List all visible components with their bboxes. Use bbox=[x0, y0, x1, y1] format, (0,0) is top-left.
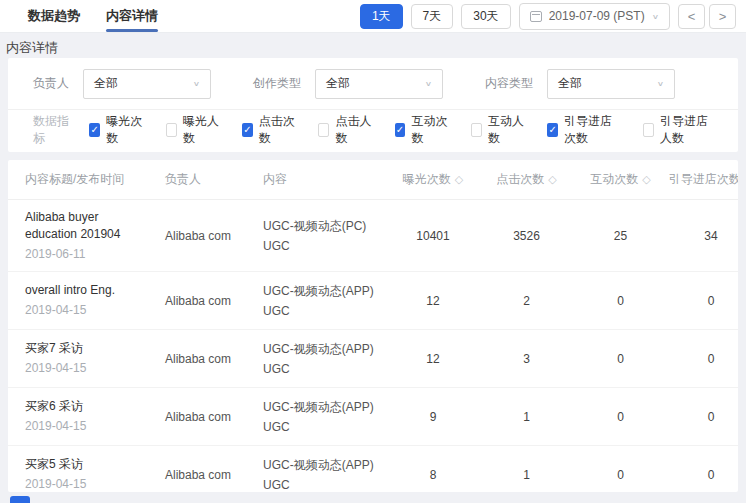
period-30day-button[interactable]: 30天 bbox=[461, 4, 510, 29]
table-row[interactable]: overall intro Eng.2019-04-15 Alibaba com… bbox=[8, 272, 738, 330]
pagination-active-page-button[interactable] bbox=[10, 496, 30, 503]
page-title: 内容详情 bbox=[6, 39, 58, 57]
metric-checkbox-row: 数据指标 曝光次数 曝光人数 点击次数 点击人数 互动次数 互动人数 引导进店次… bbox=[8, 110, 738, 150]
next-day-button[interactable]: > bbox=[709, 4, 736, 29]
metrics-label: 数据指标 bbox=[33, 113, 71, 147]
col-clicks-header[interactable]: 点击次数◇ bbox=[496, 171, 556, 188]
checkbox-checked-icon bbox=[89, 123, 100, 137]
metric-label: 曝光人数 bbox=[183, 113, 220, 147]
sort-icon[interactable]: ◇ bbox=[642, 173, 650, 186]
filter-owner-select[interactable]: 全部 ∨ bbox=[83, 69, 211, 99]
checkbox-unchecked-icon bbox=[166, 123, 177, 137]
row-content-type: UGC-视频动态(APP) bbox=[263, 455, 387, 475]
row-owner: Alibaba com bbox=[165, 229, 263, 243]
tabs: 数据趋势 内容详情 bbox=[28, 0, 184, 32]
row-title: 买家7 采访 bbox=[25, 340, 151, 357]
calendar-icon bbox=[530, 11, 542, 22]
row-exposure: 9 bbox=[430, 410, 437, 424]
row-store-visits: 0 bbox=[708, 410, 715, 424]
row-content-sub: UGC bbox=[263, 301, 387, 321]
metric-store-visit-users[interactable]: 引导进店人数 bbox=[643, 113, 716, 147]
col-exposure-header[interactable]: 曝光次数◇ bbox=[403, 171, 463, 188]
row-store-visits: 0 bbox=[708, 468, 715, 482]
metric-exposure-users[interactable]: 曝光人数 bbox=[166, 113, 220, 147]
filter-owner-value: 全部 bbox=[94, 75, 118, 92]
filter-content-type-value: 全部 bbox=[558, 75, 582, 92]
metric-click-count[interactable]: 点击次数 bbox=[242, 113, 296, 147]
row-date: 2019-04-15 bbox=[25, 360, 151, 377]
col-store-visits-header[interactable]: 引导进店次数◇ bbox=[669, 171, 738, 188]
row-clicks: 3 bbox=[523, 352, 530, 366]
row-owner: Alibaba com bbox=[165, 294, 263, 308]
metric-label: 互动人数 bbox=[488, 113, 525, 147]
row-clicks: 2 bbox=[523, 294, 530, 308]
chevron-down-icon: ∨ bbox=[193, 80, 200, 88]
row-store-visits: 34 bbox=[704, 229, 717, 243]
filter-owner-label: 负责人 bbox=[33, 75, 69, 92]
checkbox-unchecked-icon bbox=[318, 123, 329, 137]
chevron-down-icon: ∨ bbox=[657, 80, 664, 88]
col-owner-header: 负责人 bbox=[165, 171, 263, 188]
row-clicks: 1 bbox=[523, 468, 530, 482]
row-store-visits: 0 bbox=[708, 294, 715, 308]
row-title: overall intro Eng. bbox=[25, 282, 151, 299]
row-title: 买家5 采访 bbox=[25, 456, 151, 473]
table-row[interactable]: 买家7 采访2019-04-15 Alibaba com UGC-视频动态(AP… bbox=[8, 330, 738, 388]
metric-label: 引导进店次数 bbox=[564, 113, 620, 147]
checkbox-unchecked-icon bbox=[643, 123, 654, 137]
sort-icon[interactable]: ◇ bbox=[455, 173, 463, 186]
row-content-sub: UGC bbox=[263, 236, 387, 256]
metric-click-users[interactable]: 点击人数 bbox=[318, 113, 372, 147]
row-exposure: 12 bbox=[426, 352, 439, 366]
table-row[interactable]: 买家6 采访2019-04-15 Alibaba com UGC-视频动态(AP… bbox=[8, 388, 738, 446]
row-content-sub: UGC bbox=[263, 417, 387, 437]
tab-data-trend[interactable]: 数据趋势 bbox=[28, 0, 80, 32]
filter-card: 负责人 全部 ∨ 创作类型 全部 ∨ 内容类型 全部 ∨ 数据指标 曝光次数 曝… bbox=[8, 58, 738, 152]
metric-store-visit-count[interactable]: 引导进店次数 bbox=[547, 113, 620, 147]
col-interactions-header[interactable]: 互动次数◇ bbox=[590, 171, 650, 188]
period-7day-button[interactable]: 7天 bbox=[411, 4, 454, 29]
header-label: 曝光次数 bbox=[403, 171, 451, 188]
checkbox-checked-icon bbox=[395, 123, 406, 137]
chevron-down-icon: ∨ bbox=[425, 80, 432, 88]
table-row[interactable]: Alibaba buyer education 2019042019-06-11… bbox=[8, 200, 738, 272]
filter-content-type-select[interactable]: 全部 ∨ bbox=[547, 69, 675, 99]
tab-content-detail[interactable]: 内容详情 bbox=[106, 0, 158, 32]
row-store-visits: 0 bbox=[708, 352, 715, 366]
row-date: 2019-06-11 bbox=[25, 246, 151, 263]
checkbox-checked-icon bbox=[547, 123, 558, 137]
row-content-type: UGC-视频动态(APP) bbox=[263, 281, 387, 301]
table-row[interactable]: 买家5 采访2019-04-15 Alibaba com UGC-视频动态(AP… bbox=[8, 446, 738, 492]
col-title-header: 内容标题/发布时间 bbox=[25, 171, 165, 188]
content-table-card: 内容标题/发布时间 负责人 内容 曝光次数◇ 点击次数◇ 互动次数◇ 引导进店次… bbox=[8, 160, 738, 492]
row-clicks: 3526 bbox=[513, 229, 540, 243]
date-pager: < > bbox=[678, 4, 736, 29]
row-date: 2019-04-15 bbox=[25, 302, 151, 319]
row-content-type: UGC-视频动态(APP) bbox=[263, 397, 387, 417]
checkbox-checked-icon bbox=[242, 123, 253, 137]
header-label: 引导进店次数 bbox=[669, 171, 738, 188]
metric-interaction-count[interactable]: 互动次数 bbox=[395, 113, 449, 147]
row-content-type: UGC-视频动态(PC) bbox=[263, 216, 387, 236]
sort-icon[interactable]: ◇ bbox=[548, 173, 556, 186]
metric-label: 互动次数 bbox=[411, 113, 448, 147]
metric-interaction-users[interactable]: 互动人数 bbox=[471, 113, 525, 147]
metric-exposure-count[interactable]: 曝光次数 bbox=[89, 113, 143, 147]
table-header-row: 内容标题/发布时间 负责人 内容 曝光次数◇ 点击次数◇ 互动次数◇ 引导进店次… bbox=[8, 160, 738, 200]
date-picker[interactable]: 2019-07-09 (PST) ∨ bbox=[519, 3, 670, 30]
filter-creation-type-select[interactable]: 全部 ∨ bbox=[315, 69, 443, 99]
analytics-page: 数据趋势 内容详情 1天 7天 30天 2019-07-09 (PST) ∨ <… bbox=[0, 0, 746, 503]
header-label: 互动次数 bbox=[590, 171, 638, 188]
metric-label: 引导进店人数 bbox=[660, 113, 716, 147]
date-picker-value: 2019-07-09 (PST) bbox=[549, 9, 645, 23]
row-interactions: 0 bbox=[617, 410, 624, 424]
top-tab-bar: 数据趋势 内容详情 1天 7天 30天 2019-07-09 (PST) ∨ <… bbox=[0, 0, 746, 33]
filter-creation-type-value: 全部 bbox=[326, 75, 350, 92]
prev-day-button[interactable]: < bbox=[678, 4, 705, 29]
row-owner: Alibaba com bbox=[165, 468, 263, 482]
period-1day-button[interactable]: 1天 bbox=[360, 4, 403, 29]
filter-creation-type-label: 创作类型 bbox=[253, 75, 301, 92]
row-content-type: UGC-视频动态(APP) bbox=[263, 339, 387, 359]
row-exposure: 12 bbox=[426, 294, 439, 308]
row-interactions: 25 bbox=[614, 229, 627, 243]
